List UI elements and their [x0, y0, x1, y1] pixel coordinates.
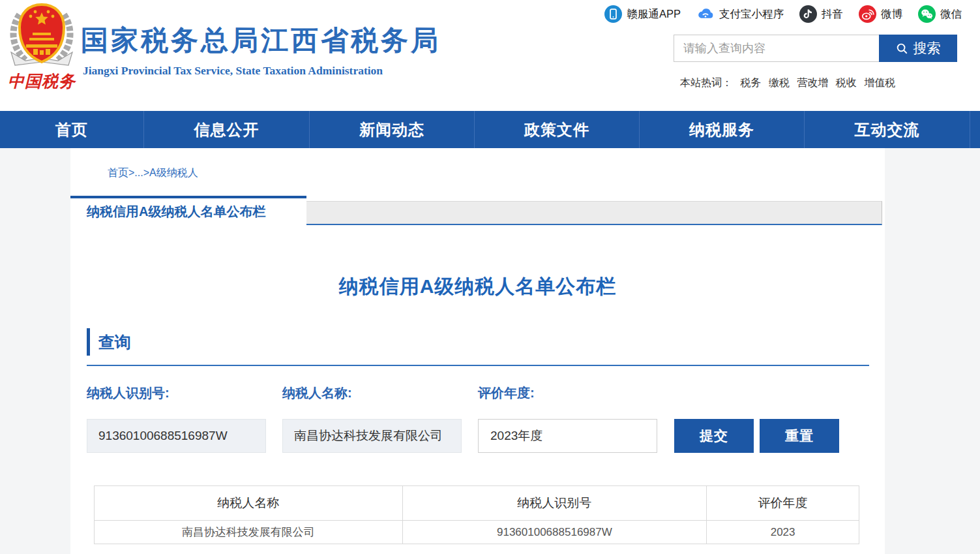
reset-button[interactable]: 重置 [760, 419, 839, 453]
tab-bar: 纳税信用A级纳税人名单公布栏 [70, 196, 882, 225]
douyin-icon [799, 5, 817, 23]
weibo-icon [859, 5, 876, 23]
table-row: 南昌协达科技发展有限公司 91360100688516987W 2023 [95, 521, 859, 544]
social-wechat[interactable]: 微信 [918, 5, 962, 23]
cell-evaluation-year: 2023 [707, 521, 859, 544]
breadcrumb[interactable]: 首页>...>A级纳税人 [108, 166, 198, 180]
hot-words: 本站热词： 税务 缴税 营改增 税收 增值税 [680, 76, 900, 90]
nav-item-policy-documents[interactable]: 政策文件 [475, 111, 640, 148]
hot-word-link[interactable]: 税收 [836, 77, 857, 88]
social-douyin[interactable]: 抖音 [799, 5, 843, 23]
wechat-icon [918, 5, 936, 23]
social-label: 微博 [881, 7, 902, 22]
site-title: 国家税务总局江西省税务局 [81, 22, 441, 59]
nav-item-home[interactable]: 首页 [0, 111, 144, 148]
tab-a-level-taxpayer-list[interactable]: 纳税信用A级纳税人名单公布栏 [70, 196, 306, 225]
nav-endcap [970, 111, 980, 148]
main-nav: 首页 信息公开 新闻动态 政策文件 纳税服务 互动交流 [0, 111, 980, 148]
hot-word-link[interactable]: 税务 [740, 77, 761, 88]
search-bar: 搜索 [674, 35, 957, 62]
search-input[interactable] [674, 35, 879, 62]
query-section-title: 查询 [87, 328, 131, 356]
evaluation-year-label: 评价年度: [478, 384, 535, 402]
nav-item-news[interactable]: 新闻动态 [310, 111, 475, 148]
table-header-taxpayer-name: 纳税人名称 [95, 486, 403, 521]
page-title: 纳税信用A级纳税人名单公布栏 [70, 273, 885, 300]
social-label: 微信 [940, 7, 962, 22]
search-button-label: 搜索 [913, 39, 941, 57]
submit-button[interactable]: 提交 [674, 419, 754, 453]
site-subtitle: Jiangxi Provincial Tax Service, State Ta… [83, 64, 383, 78]
taxpayer-id-input[interactable] [87, 419, 266, 453]
tab-bar-filler [306, 201, 882, 225]
social-weibo[interactable]: 微博 [859, 5, 902, 23]
taxpayer-name-label: 纳税人名称: [282, 384, 352, 402]
search-button[interactable]: 搜索 [879, 35, 957, 62]
table-header-row: 纳税人名称 纳税人识别号 评价年度 [95, 486, 859, 521]
search-icon [896, 42, 908, 55]
nav-item-tax-services[interactable]: 纳税服务 [640, 111, 805, 148]
taxpayer-id-label: 纳税人识别号: [87, 384, 170, 402]
social-links: 赣服通APP 支付宝小程序 抖音 微博 [604, 5, 962, 23]
nav-item-interaction[interactable]: 互动交流 [805, 111, 970, 148]
alipay-cloud-icon [696, 5, 715, 23]
phone-app-icon [604, 5, 622, 23]
result-table: 纳税人名称 纳税人识别号 评价年度 南昌协达科技发展有限公司 913601006… [94, 485, 859, 544]
social-label: 抖音 [822, 7, 843, 22]
site-logo: 中国税务 [5, 3, 78, 92]
evaluation-year-select[interactable]: 2023年度 [478, 419, 657, 453]
hot-words-label: 本站热词： [680, 77, 732, 88]
social-label: 赣服通APP [627, 7, 681, 22]
social-alipay-miniprogram[interactable]: 支付宝小程序 [696, 5, 784, 23]
hot-word-link[interactable]: 缴税 [769, 77, 790, 88]
cell-taxpayer-id: 91360100688516987W [402, 521, 707, 544]
table-header-taxpayer-id: 纳税人识别号 [402, 486, 707, 521]
logo-calligraphy: 中国税务 [5, 70, 78, 92]
nav-item-info-disclosure[interactable]: 信息公开 [144, 111, 310, 148]
site-header: 中国税务 国家税务总局江西省税务局 Jiangxi Provincial Tax… [0, 0, 980, 111]
hot-word-link[interactable]: 增值税 [864, 77, 895, 88]
tax-emblem-icon [6, 3, 78, 69]
hot-word-link[interactable]: 营改增 [797, 77, 828, 88]
taxpayer-name-input[interactable] [282, 419, 462, 453]
social-ganfutong-app[interactable]: 赣服通APP [604, 5, 681, 23]
cell-taxpayer-name: 南昌协达科技发展有限公司 [95, 521, 403, 544]
section-divider [87, 365, 869, 366]
social-label: 支付宝小程序 [719, 7, 784, 22]
table-header-evaluation-year: 评价年度 [707, 486, 859, 521]
content-panel: 首页>...>A级纳税人 纳税信用A级纳税人名单公布栏 纳税信用A级纳税人名单公… [70, 148, 885, 554]
